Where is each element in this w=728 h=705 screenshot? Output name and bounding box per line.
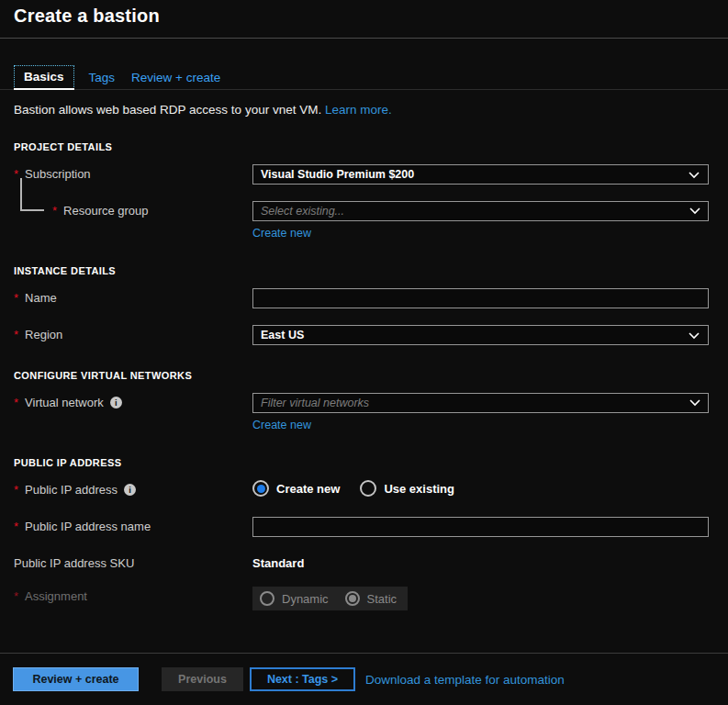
virtual-network-label-text: Virtual network [25, 396, 104, 409]
download-template-link[interactable]: Download a template for automation [365, 673, 565, 687]
subscription-value: Visual Studio Premium $200 [253, 168, 438, 181]
create-bastion-page: Create a bastion Basics Tags Review + cr… [0, 0, 728, 705]
radio-unselected-icon [260, 591, 274, 606]
public-ip-radio-group: Create new Use existing [252, 480, 709, 497]
subscription-row: * Subscription Visual Studio Premium $20… [14, 164, 709, 185]
region-label: * Region [14, 325, 252, 341]
required-asterisk: * [14, 589, 18, 603]
radio-create-new[interactable]: Create new [252, 480, 340, 497]
public-ip-address-label: * Public IP address i [14, 480, 252, 497]
tab-tags[interactable]: Tags [87, 67, 118, 89]
next-tags-button[interactable]: Next : Tags > [250, 667, 355, 691]
required-asterisk: * [14, 520, 18, 533]
public-ip-address-label-text: Public IP address [25, 483, 118, 497]
intro-text: Bastion allows web based RDP access to y… [0, 90, 728, 117]
learn-more-link[interactable]: Learn more. [325, 103, 392, 117]
tab-tags-label: Tags [89, 71, 116, 84]
virtual-network-label: * Virtual network i [14, 393, 252, 409]
radio-selected-icon [345, 591, 360, 606]
resource-group-combobox[interactable] [252, 201, 709, 221]
required-asterisk: * [14, 328, 18, 341]
public-ip-sku-row: Public IP address SKU Standard [14, 554, 709, 570]
required-asterisk: * [14, 396, 18, 409]
radio-static-label: Static [367, 592, 398, 606]
chevron-down-icon [689, 332, 700, 340]
resource-group-row: * Resource group Create new [14, 201, 709, 241]
resource-group-label-text: Resource group [63, 204, 149, 218]
assignment-radio-group-disabled: Dynamic Static [252, 587, 408, 610]
indent-connector [20, 178, 44, 211]
section-project-details: PROJECT DETAILS [14, 141, 709, 152]
tab-basics[interactable]: Basics [14, 65, 74, 89]
intro-description: Bastion allows web based RDP access to y… [14, 103, 321, 117]
public-ip-name-row: * Public IP address name [14, 517, 709, 537]
subscription-label: * Subscription [14, 164, 252, 181]
page-title: Create a bastion [14, 6, 714, 27]
required-asterisk: * [14, 483, 18, 497]
info-icon[interactable]: i [124, 484, 136, 496]
public-ip-sku-value: Standard [252, 554, 709, 570]
public-ip-name-input[interactable] [252, 517, 709, 537]
chevron-down-icon [689, 172, 700, 179]
tab-bar: Basics Tags Review + create [0, 65, 728, 90]
footer-action-bar: Review + create Previous Next : Tags > D… [0, 653, 728, 705]
region-row: * Region East US [14, 325, 709, 345]
radio-selected-icon [252, 480, 269, 497]
tab-basics-label: Basics [24, 70, 64, 84]
subscription-dropdown[interactable]: Visual Studio Premium $200 [252, 164, 709, 185]
resource-group-create-new-link[interactable]: Create new [252, 227, 311, 240]
previous-button[interactable]: Previous [162, 667, 243, 691]
radio-use-existing[interactable]: Use existing [360, 480, 454, 497]
name-input[interactable] [252, 288, 709, 308]
name-label: * Name [14, 288, 252, 305]
required-asterisk: * [14, 291, 18, 305]
radio-dynamic: Dynamic [260, 591, 329, 606]
virtual-network-combobox[interactable] [252, 393, 709, 413]
name-label-text: Name [25, 291, 57, 305]
section-public-ip-address: PUBLIC IP ADDRESS [14, 457, 709, 468]
radio-unselected-icon [360, 480, 376, 497]
chevron-down-icon [689, 207, 700, 215]
resource-group-label: * Resource group [14, 201, 252, 218]
required-asterisk: * [14, 167, 18, 181]
tab-review-create[interactable]: Review + create [129, 67, 222, 89]
tab-review-create-label: Review + create [131, 71, 220, 84]
region-value: East US [253, 329, 328, 341]
review-create-button[interactable]: Review + create [13, 667, 139, 691]
region-dropdown[interactable]: East US [252, 325, 709, 345]
header-divider [0, 38, 728, 39]
virtual-network-row: * Virtual network i Create new [14, 393, 709, 432]
assignment-label: * Assignment [14, 587, 252, 603]
basics-form: PROJECT DETAILS * Subscription Visual St… [0, 141, 728, 610]
region-label-text: Region [25, 328, 62, 341]
section-instance-details: INSTANCE DETAILS [14, 265, 709, 276]
public-ip-sku-label: Public IP address SKU [14, 554, 252, 570]
public-ip-name-label-text: Public IP address name [25, 520, 151, 533]
page-header: Create a bastion [0, 0, 728, 27]
assignment-label-text: Assignment [25, 589, 87, 603]
assignment-row: * Assignment Dynamic Static [14, 587, 709, 610]
name-row: * Name [14, 288, 709, 308]
public-ip-sku-label-text: Public IP address SKU [14, 556, 134, 570]
radio-create-new-label: Create new [276, 482, 340, 496]
tab-active-underline [14, 88, 74, 90]
required-asterisk: * [52, 204, 57, 218]
chevron-down-icon [689, 399, 700, 407]
radio-use-existing-label: Use existing [384, 482, 454, 496]
radio-static: Static [345, 591, 398, 606]
virtual-network-create-new-link[interactable]: Create new [252, 419, 311, 431]
section-configure-virtual-networks: CONFIGURE VIRTUAL NETWORKS [14, 370, 709, 381]
public-ip-name-label: * Public IP address name [14, 517, 252, 533]
public-ip-address-row: * Public IP address i Create new Use exi… [14, 480, 709, 497]
info-icon[interactable]: i [110, 397, 122, 408]
radio-dynamic-label: Dynamic [282, 592, 329, 606]
